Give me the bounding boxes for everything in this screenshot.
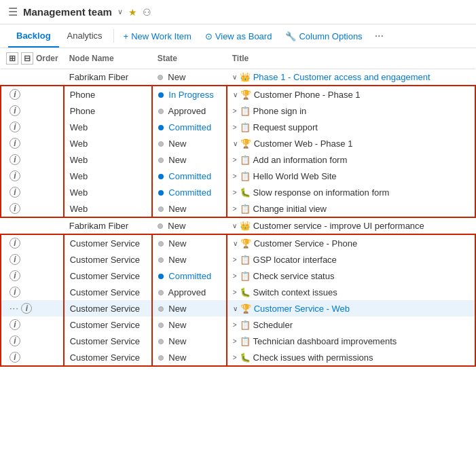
table-row[interactable]: i Web New > 📋 Change initial view bbox=[1, 200, 475, 217]
chevron-icon[interactable]: > bbox=[233, 107, 237, 115]
table-row[interactable]: i Customer Service New > 📋 GSP locator i… bbox=[1, 251, 475, 268]
title-dropdown-icon[interactable]: ∨ bbox=[117, 7, 123, 16]
info-icon[interactable]: i bbox=[10, 203, 20, 214]
col-header-title: Title bbox=[227, 48, 475, 69]
info-icon[interactable]: i bbox=[10, 319, 20, 330]
title-text: Customer Service - Phone bbox=[254, 238, 357, 249]
chevron-icon[interactable]: > bbox=[233, 289, 237, 296]
state-label: Approved bbox=[168, 287, 206, 297]
state-label: New bbox=[168, 221, 185, 231]
order-cell: i bbox=[1, 333, 64, 349]
info-icon[interactable]: i bbox=[10, 270, 20, 281]
state-label: Committed bbox=[168, 122, 211, 132]
node-name-cell: Phone bbox=[64, 103, 152, 119]
tab-backlog[interactable]: Backlog bbox=[8, 25, 59, 48]
expand-all-icon[interactable]: ⊞ bbox=[6, 52, 18, 65]
title-cell: > 📋 Scheduler bbox=[227, 316, 475, 333]
title-text: Hello World Web Site bbox=[253, 171, 337, 181]
team-member-icon[interactable]: ⚇ bbox=[143, 7, 151, 18]
bug-icon: 🐛 bbox=[240, 187, 251, 198]
col-header-order: ⊞ ⊟ Order bbox=[1, 48, 64, 69]
chevron-icon[interactable]: > bbox=[233, 354, 237, 361]
chevron-icon[interactable]: ∨ bbox=[233, 91, 238, 98]
info-icon[interactable]: i bbox=[10, 154, 20, 165]
state-label: Committed bbox=[168, 271, 211, 281]
node-name-cell: Fabrikam Fiber bbox=[64, 217, 152, 234]
state-cell: New bbox=[152, 234, 227, 251]
info-icon[interactable]: i bbox=[10, 254, 20, 265]
chevron-icon[interactable]: > bbox=[233, 156, 237, 164]
chevron-icon[interactable]: ∨ bbox=[233, 305, 238, 312]
table-row[interactable]: i Web Committed > 📋 Hello World Web Site bbox=[1, 168, 475, 184]
table-row[interactable]: i Web Committed > 📋 Request support bbox=[1, 119, 475, 135]
table-row[interactable]: i Web Committed > 🐛 Slow response on inf… bbox=[1, 184, 475, 200]
info-icon[interactable]: i bbox=[10, 335, 20, 346]
node-name-cell: Web bbox=[64, 168, 152, 184]
state-dot bbox=[158, 323, 164, 328]
chevron-icon[interactable]: > bbox=[233, 338, 237, 345]
crown-icon: 👑 bbox=[240, 221, 251, 231]
chevron-icon[interactable]: ∨ bbox=[233, 140, 238, 147]
chevron-icon[interactable]: > bbox=[233, 321, 237, 329]
table-row[interactable]: i Customer Service New ∨ 🏆 Customer Serv… bbox=[1, 234, 475, 251]
info-icon[interactable]: i bbox=[10, 105, 20, 116]
node-name-cell: Customer Service bbox=[64, 251, 152, 268]
table-row[interactable]: i Customer Service New > 📋 Technician da… bbox=[1, 333, 475, 349]
table-row[interactable]: i Web New ∨ 🏆 Customer Web - Phase 1 bbox=[1, 135, 475, 151]
order-cell: i bbox=[1, 151, 64, 168]
new-work-item-button[interactable]: + New Work Item bbox=[117, 26, 198, 47]
row-action-dots[interactable]: ··· bbox=[10, 303, 19, 313]
info-icon[interactable]: i bbox=[10, 238, 20, 249]
table-row: Fabrikam Fiber New ∨ 👑 Phase 1 - Custome… bbox=[1, 69, 475, 86]
table-row[interactable]: i Customer Service Approved > 🐛 Switch c… bbox=[1, 284, 475, 300]
chevron-icon[interactable]: > bbox=[233, 173, 237, 180]
title-link[interactable]: Phase 1 - Customer access and engagement bbox=[253, 72, 431, 82]
title-link[interactable]: Customer Service - Web bbox=[254, 304, 350, 314]
chevron-icon[interactable]: > bbox=[233, 124, 237, 131]
wrench-icon: 🔧 bbox=[285, 31, 296, 41]
view-as-board-button[interactable]: ⊙ View as Board bbox=[198, 26, 279, 47]
chevron-icon[interactable]: > bbox=[233, 189, 237, 196]
info-icon[interactable]: i bbox=[10, 122, 20, 132]
state-cell: New bbox=[152, 69, 227, 86]
info-icon[interactable]: i bbox=[10, 287, 20, 297]
title-text: Add an information form bbox=[253, 155, 348, 165]
state-cell: Committed bbox=[152, 168, 227, 184]
info-icon[interactable]: i bbox=[10, 187, 20, 198]
node-name-cell: Customer Service bbox=[64, 300, 152, 316]
order-cell: i bbox=[1, 234, 64, 251]
favorite-star-icon[interactable]: ★ bbox=[128, 7, 137, 18]
board-icon: ⊙ bbox=[205, 31, 213, 41]
info-icon[interactable]: i bbox=[10, 138, 20, 149]
order-cell: i bbox=[1, 184, 64, 200]
chevron-icon[interactable]: > bbox=[233, 272, 237, 280]
info-icon[interactable]: i bbox=[21, 303, 32, 314]
order-cell: ··· i bbox=[1, 300, 64, 316]
bug-icon: 🐛 bbox=[240, 352, 251, 363]
info-icon[interactable]: i bbox=[10, 89, 20, 100]
chevron-icon[interactable]: ∨ bbox=[232, 73, 237, 81]
chevron-icon[interactable]: ∨ bbox=[232, 222, 237, 230]
state-cell: Approved bbox=[152, 103, 227, 119]
chevron-icon[interactable]: > bbox=[233, 256, 237, 264]
tab-analytics[interactable]: Analytics bbox=[59, 25, 111, 48]
state-label: New bbox=[168, 336, 186, 346]
chevron-icon[interactable]: > bbox=[233, 205, 237, 213]
table-row[interactable]: i Web New > 📋 Add an information form bbox=[1, 151, 475, 168]
more-options-button[interactable]: ··· bbox=[369, 24, 389, 48]
info-icon[interactable]: i bbox=[10, 352, 20, 363]
table-row[interactable]: ··· i Customer Service New ∨ 🏆 Customer … bbox=[1, 300, 475, 316]
table-row[interactable]: i Customer Service New > 🐛 Check issues … bbox=[1, 349, 475, 366]
table-row[interactable]: i Customer Service New > 📋 Scheduler bbox=[1, 316, 475, 333]
title-cell: ∨ 👑 Customer service - improve UI perfor… bbox=[227, 217, 475, 234]
table-row[interactable]: i Customer Service Committed > 📋 Check s… bbox=[1, 268, 475, 284]
order-cell: i bbox=[1, 268, 64, 284]
column-options-button[interactable]: 🔧 Column Options bbox=[278, 26, 369, 47]
story-icon: 📋 bbox=[240, 171, 251, 181]
collapse-all-icon[interactable]: ⊟ bbox=[21, 52, 33, 65]
state-dot bbox=[158, 339, 164, 344]
chevron-icon[interactable]: ∨ bbox=[233, 240, 238, 247]
info-icon[interactable]: i bbox=[10, 170, 20, 181]
table-row[interactable]: i Phone Approved > 📋 Phone sign in bbox=[1, 103, 475, 119]
table-row[interactable]: i Phone In Progress ∨ 🏆 Customer Phone -… bbox=[1, 86, 475, 103]
